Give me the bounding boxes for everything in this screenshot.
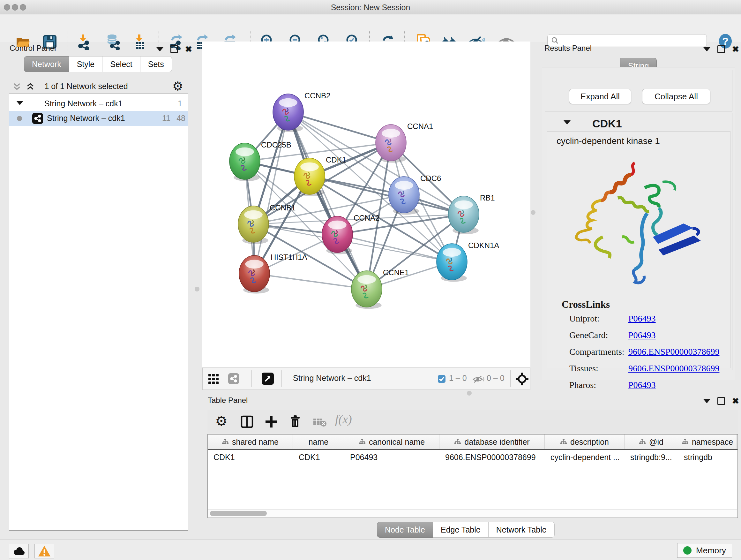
table-options-gear-icon[interactable]: ⚙	[215, 413, 227, 429]
tab-sets[interactable]: Sets	[140, 56, 172, 72]
import-network-from-database-icon[interactable]	[105, 34, 122, 50]
table-cell[interactable]: P06493	[344, 450, 440, 464]
network-list-options-gear-icon[interactable]: ⚙	[172, 79, 183, 93]
cloud-status-button[interactable]	[9, 544, 29, 558]
table-panel-title: Table Panel	[208, 396, 248, 405]
table-cell[interactable]: 9606.ENSP00000378699	[440, 450, 545, 464]
crosslink-link[interactable]: 9606.ENSP00000378699	[628, 363, 719, 373]
expand-all-button[interactable]: Expand All	[569, 89, 631, 104]
tab-network-table[interactable]: Network Table	[488, 522, 555, 538]
network-node-CDC6[interactable]: CDC6	[389, 174, 441, 214]
crosslink-row: Pharos:P06493	[569, 380, 656, 390]
crosslink-row: Compartments:9606.ENSP00000378699	[569, 347, 719, 357]
network-canvas[interactable]: CCNB2CCNA1CDC25BCDK1CDC6RB1CCNB1CCNA2CDK…	[202, 42, 530, 368]
selected-node-edge-counts: 1 – 0	[449, 374, 467, 383]
network-node-CCNB1[interactable]: CCNB1	[238, 203, 295, 244]
column-header-database-identifier[interactable]: database identifier	[440, 435, 545, 449]
tab-node-table[interactable]: Node Table	[377, 522, 433, 538]
collection-expand-icon[interactable]	[16, 101, 23, 105]
add-column-icon[interactable]	[264, 415, 278, 429]
column-header-canonical-name[interactable]: canonical name	[344, 435, 440, 449]
crosslink-link[interactable]: P06493	[628, 314, 656, 323]
network-node-RB1[interactable]: RB1	[448, 193, 495, 234]
column-header-label: shared name	[232, 437, 279, 447]
table-row[interactable]: CDK1CDK1P064939606.ENSP00000378699cyclin…	[208, 450, 738, 464]
network-edge-CCNB2-CCNE1[interactable]	[288, 112, 367, 289]
table-cell[interactable]: CDK1	[293, 450, 344, 464]
left-splitter-handle[interactable]	[195, 287, 199, 292]
table-cell[interactable]: cyclin-dependent ...	[545, 450, 624, 464]
network-edge-HIST1H1A-CCNE1[interactable]	[254, 273, 367, 289]
warning-icon	[38, 545, 51, 557]
network-share-icon[interactable]	[228, 373, 239, 384]
bottom-splitter-handle[interactable]	[467, 391, 472, 395]
results-panel-title: Results Panel	[544, 44, 592, 53]
crosslink-label: Pharos:	[569, 380, 628, 390]
network-view-title: String Network – cdk1	[293, 374, 371, 383]
crosslink-link[interactable]: 9606.ENSP00000378699	[628, 347, 719, 357]
results-panel-controls: ✖	[703, 45, 739, 53]
selected-checkbox-icon[interactable]	[437, 375, 446, 383]
table-cell[interactable]: stringdb:9...	[624, 450, 678, 464]
control-panel-controls: ✖	[156, 45, 192, 53]
import-table-from-file-icon[interactable]	[131, 34, 147, 50]
panel-float-icon[interactable]	[718, 45, 725, 53]
delete-column-icon[interactable]	[288, 414, 302, 429]
column-header-name[interactable]: name	[293, 435, 344, 449]
tab-network[interactable]: Network	[24, 56, 69, 72]
column-header-description[interactable]: description	[545, 435, 624, 449]
memory-button[interactable]: Memory	[677, 543, 732, 558]
column-header-@id[interactable]: @id	[624, 435, 678, 449]
control-panel-tabs: NetworkStyleSelectSets	[24, 56, 172, 72]
network-node-HIST1H1A[interactable]: HIST1H1A	[239, 253, 307, 294]
open-view-icon[interactable]	[262, 373, 274, 385]
crosslink-link[interactable]: P06493	[628, 330, 656, 340]
network-node-CCNB2[interactable]: CCNB2	[273, 91, 330, 132]
network-node-CDKN1A[interactable]: CDKN1A	[436, 241, 499, 282]
table-cell[interactable]: CDK1	[208, 450, 293, 464]
show-columns-icon[interactable]	[240, 415, 254, 429]
network-node-CDC25B[interactable]: CDC25B	[229, 140, 291, 181]
expand-collapse-box: Expand All Collapse All	[545, 70, 732, 111]
hidden-eye-icon	[473, 375, 485, 383]
warnings-button[interactable]	[35, 544, 54, 558]
network-edge-CCNB2-CCNA1[interactable]	[288, 112, 391, 143]
column-header-shared-name[interactable]: shared name	[208, 435, 293, 449]
panel-close-icon[interactable]: ✖	[732, 398, 739, 404]
column-header-label: canonical name	[369, 437, 425, 447]
table-horizontal-scrollbar[interactable]	[208, 509, 737, 517]
crosslinks-title: CrossLinks	[562, 299, 610, 310]
network-edge-CCNB2-HIST1H1A[interactable]	[254, 112, 288, 273]
right-splitter-handle[interactable]	[531, 210, 536, 215]
panel-menu-icon[interactable]	[703, 399, 711, 403]
table-toolbar: ⚙ f(x)	[207, 410, 738, 433]
crosslink-link[interactable]: P06493	[628, 380, 656, 390]
gene-card-header[interactable]: CDK1	[545, 113, 732, 131]
table-cell[interactable]: stringdb	[678, 450, 737, 464]
import-network-from-file-icon[interactable]	[75, 34, 91, 50]
network-node-CDK1[interactable]: CDK1	[294, 155, 346, 196]
gene-description: cyclin-dependent kinase 1	[556, 136, 660, 146]
tab-style[interactable]: Style	[69, 56, 103, 72]
grid-view-icon[interactable]	[208, 373, 219, 385]
node-label-CCNB2: CCNB2	[305, 91, 330, 100]
network-row-selected[interactable]: String Network – cdk1 11 48	[9, 111, 188, 126]
panel-close-icon[interactable]: ✖	[185, 46, 192, 52]
delete-table-icon	[313, 417, 327, 427]
panel-menu-icon[interactable]	[156, 47, 163, 51]
network-node-CCNE1[interactable]: CCNE1	[351, 268, 409, 309]
tab-edge-table[interactable]: Edge Table	[433, 522, 488, 538]
collapse-all-button[interactable]: Collapse All	[642, 89, 711, 104]
network-collection-row[interactable]: String Network – cdk1 1	[9, 97, 188, 111]
column-header-label: name	[309, 437, 329, 447]
birds-eye-view-icon[interactable]	[515, 372, 529, 386]
panel-menu-icon[interactable]	[703, 47, 711, 51]
gene-card-collapse-icon[interactable]	[563, 120, 570, 125]
column-header-namespace[interactable]: namespace	[678, 435, 737, 449]
panel-float-icon[interactable]	[718, 397, 725, 405]
panel-close-icon[interactable]: ✖	[732, 46, 739, 52]
tab-select[interactable]: Select	[103, 56, 140, 72]
scrollbar-thumb[interactable]	[210, 511, 267, 516]
panel-float-icon[interactable]	[171, 45, 178, 53]
gene-card-body: cyclin-dependent kinase 1	[547, 131, 731, 368]
